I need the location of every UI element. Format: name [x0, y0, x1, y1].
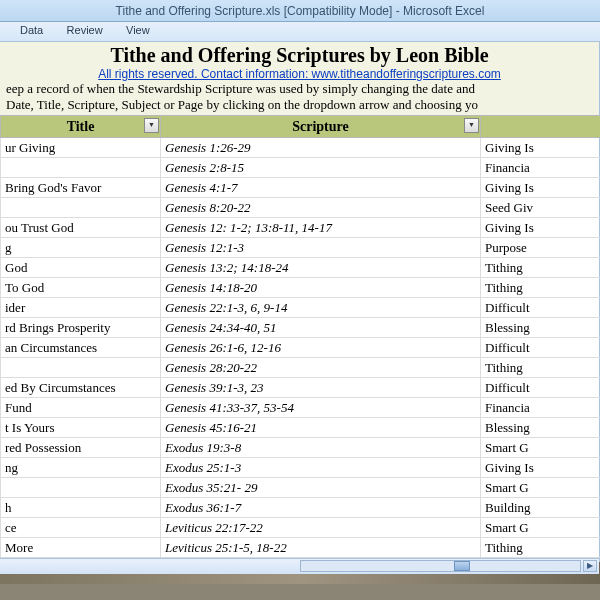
- cell-scripture[interactable]: Genesis 2:8-15: [161, 158, 481, 178]
- cell-scripture[interactable]: Exodus 19:3-8: [161, 438, 481, 458]
- cell-subject[interactable]: Giving Is: [481, 218, 601, 238]
- cell-subject[interactable]: Smart G: [481, 478, 601, 498]
- cell-scripture[interactable]: Genesis 4:1-7: [161, 178, 481, 198]
- cell-subject[interactable]: Giving Is: [481, 458, 601, 478]
- cell-title[interactable]: More: [1, 538, 161, 558]
- cell-title[interactable]: [1, 358, 161, 378]
- cell-scripture[interactable]: Genesis 12: 1-2; 13:8-11, 14-17: [161, 218, 481, 238]
- table-row[interactable]: ou Trust GodGenesis 12: 1-2; 13:8-11, 14…: [1, 218, 601, 238]
- cell-title[interactable]: [1, 198, 161, 218]
- cell-scripture[interactable]: Genesis 24:34-40, 51: [161, 318, 481, 338]
- table-row[interactable]: FundGenesis 41:33-37, 53-54Financia: [1, 398, 601, 418]
- header-title: Title ▼: [1, 116, 161, 138]
- cell-title[interactable]: ur Giving: [1, 138, 161, 158]
- cell-subject[interactable]: Seed Giv: [481, 198, 601, 218]
- table-row[interactable]: Bring God's FavorGenesis 4:1-7Giving Is: [1, 178, 601, 198]
- cell-title[interactable]: h: [1, 498, 161, 518]
- cell-scripture[interactable]: Genesis 22:1-3, 6, 9-14: [161, 298, 481, 318]
- scroll-thumb[interactable]: [454, 561, 470, 571]
- table-row[interactable]: gGenesis 12:1-3Purpose: [1, 238, 601, 258]
- cell-title[interactable]: [1, 478, 161, 498]
- cell-subject[interactable]: Difficult: [481, 298, 601, 318]
- table-row[interactable]: MoreLeviticus 25:1-5, 18-22Tithing: [1, 538, 601, 558]
- cell-subject[interactable]: Financia: [481, 158, 601, 178]
- filter-dropdown-title[interactable]: ▼: [144, 118, 159, 133]
- cell-scripture[interactable]: Genesis 26:1-6, 12-16: [161, 338, 481, 358]
- cell-title[interactable]: ider: [1, 298, 161, 318]
- cell-scripture[interactable]: Leviticus 25:1-5, 18-22: [161, 538, 481, 558]
- cell-scripture[interactable]: Genesis 14:18-20: [161, 278, 481, 298]
- cell-title[interactable]: rd Brings Prosperity: [1, 318, 161, 338]
- cell-scripture[interactable]: Leviticus 22:17-22: [161, 518, 481, 538]
- cell-subject[interactable]: Smart G: [481, 438, 601, 458]
- table-row[interactable]: To GodGenesis 14:18-20Tithing: [1, 278, 601, 298]
- table-row[interactable]: ceLeviticus 22:17-22Smart G: [1, 518, 601, 538]
- cell-title[interactable]: God: [1, 258, 161, 278]
- tab-data[interactable]: Data: [10, 22, 53, 38]
- cell-subject[interactable]: Difficult: [481, 378, 601, 398]
- cell-subject[interactable]: Difficult: [481, 338, 601, 358]
- table-row[interactable]: Genesis 2:8-15Financia: [1, 158, 601, 178]
- table-row[interactable]: GodGenesis 13:2; 14:18-24Tithing: [1, 258, 601, 278]
- cell-subject[interactable]: Blessing: [481, 318, 601, 338]
- cell-title[interactable]: g: [1, 238, 161, 258]
- cell-subject[interactable]: Tithing: [481, 538, 601, 558]
- table-row[interactable]: hExodus 36:1-7Building: [1, 498, 601, 518]
- cell-subject[interactable]: Blessing: [481, 418, 601, 438]
- cell-subject[interactable]: Tithing: [481, 258, 601, 278]
- cell-title[interactable]: red Possession: [1, 438, 161, 458]
- worksheet-area: Tithe and Offering Scriptures by Leon Bi…: [0, 42, 600, 562]
- cell-subject[interactable]: Smart G: [481, 518, 601, 538]
- table-row[interactable]: t Is YoursGenesis 45:16-21Blessing: [1, 418, 601, 438]
- header-subject: [481, 116, 601, 138]
- cell-subject[interactable]: Giving Is: [481, 178, 601, 198]
- cell-title[interactable]: ng: [1, 458, 161, 478]
- cell-scripture[interactable]: Exodus 25:1-3: [161, 458, 481, 478]
- cell-scripture[interactable]: Genesis 13:2; 14:18-24: [161, 258, 481, 278]
- table-row[interactable]: ed By CircumstancesGenesis 39:1-3, 23Dif…: [1, 378, 601, 398]
- cell-title[interactable]: Bring God's Favor: [1, 178, 161, 198]
- table-row[interactable]: rd Brings ProsperityGenesis 24:34-40, 51…: [1, 318, 601, 338]
- cell-title[interactable]: [1, 158, 161, 178]
- table-row[interactable]: Genesis 8:20-22Seed Giv: [1, 198, 601, 218]
- window-titlebar: Tithe and Offering Scripture.xls [Compat…: [0, 0, 600, 22]
- cell-scripture[interactable]: Genesis 1:26-29: [161, 138, 481, 158]
- cell-scripture[interactable]: Genesis 45:16-21: [161, 418, 481, 438]
- cell-scripture[interactable]: Genesis 8:20-22: [161, 198, 481, 218]
- cell-title[interactable]: an Circumstances: [1, 338, 161, 358]
- cell-title[interactable]: ou Trust God: [1, 218, 161, 238]
- cell-scripture[interactable]: Genesis 28:20-22: [161, 358, 481, 378]
- scroll-right-button[interactable]: ▶: [583, 560, 597, 572]
- cell-subject[interactable]: Tithing: [481, 358, 601, 378]
- tab-view[interactable]: View: [116, 22, 160, 38]
- cell-title[interactable]: ed By Circumstances: [1, 378, 161, 398]
- cell-subject[interactable]: Giving Is: [481, 138, 601, 158]
- table-row[interactable]: Exodus 35:21- 29Smart G: [1, 478, 601, 498]
- cell-scripture[interactable]: Genesis 41:33-37, 53-54: [161, 398, 481, 418]
- filter-dropdown-scripture[interactable]: ▼: [464, 118, 479, 133]
- cell-scripture[interactable]: Genesis 39:1-3, 23: [161, 378, 481, 398]
- tab-review[interactable]: Review: [57, 22, 113, 38]
- cell-subject[interactable]: Purpose: [481, 238, 601, 258]
- cell-scripture[interactable]: Exodus 36:1-7: [161, 498, 481, 518]
- cell-subject[interactable]: Financia: [481, 398, 601, 418]
- table-row[interactable]: iderGenesis 22:1-3, 6, 9-14Difficult: [1, 298, 601, 318]
- window-title: Tithe and Offering Scripture.xls [Compat…: [116, 4, 485, 18]
- ribbon-tabs: Data Review View: [0, 22, 600, 42]
- table-row[interactable]: ur GivingGenesis 1:26-29Giving Is: [1, 138, 601, 158]
- cell-title[interactable]: ce: [1, 518, 161, 538]
- cell-title[interactable]: Fund: [1, 398, 161, 418]
- cell-scripture[interactable]: Genesis 12:1-3: [161, 238, 481, 258]
- cell-scripture[interactable]: Exodus 35:21- 29: [161, 478, 481, 498]
- table-row[interactable]: ngExodus 25:1-3Giving Is: [1, 458, 601, 478]
- scroll-track[interactable]: [300, 560, 581, 572]
- cell-subject[interactable]: Building: [481, 498, 601, 518]
- table-row[interactable]: Genesis 28:20-22Tithing: [1, 358, 601, 378]
- table-row[interactable]: red PossessionExodus 19:3-8Smart G: [1, 438, 601, 458]
- header-scripture-label: Scripture: [292, 119, 349, 134]
- cell-title[interactable]: t Is Yours: [1, 418, 161, 438]
- table-row[interactable]: an CircumstancesGenesis 26:1-6, 12-16Dif…: [1, 338, 601, 358]
- banner-contact-link[interactable]: All rights reserved. Contact information…: [98, 67, 501, 81]
- cell-subject[interactable]: Tithing: [481, 278, 601, 298]
- cell-title[interactable]: To God: [1, 278, 161, 298]
